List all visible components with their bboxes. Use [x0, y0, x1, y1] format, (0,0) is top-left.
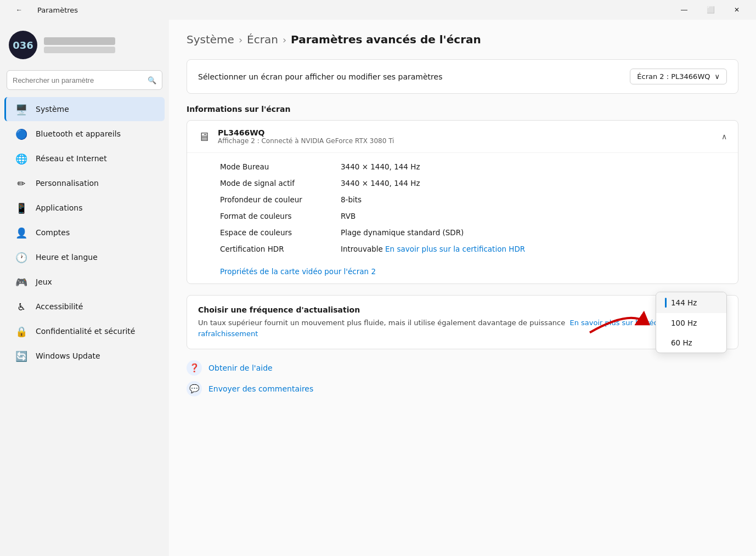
breadcrumb-sep-1: › [239, 34, 242, 46]
bottom-link-icon: 💬 [187, 381, 202, 396]
bottom-link-envoyer-des-commentaires[interactable]: 💬Envoyer des commentaires [187, 381, 738, 396]
sidebar-item-apps[interactable]: 📱Applications [4, 196, 165, 220]
maximize-button[interactable]: ⬜ [698, 1, 723, 19]
comptes-icon: 👤 [15, 226, 28, 239]
table-row: Mode Bureau3440 × 1440, 144 Hz [220, 158, 727, 175]
minimize-button[interactable]: — [672, 1, 697, 19]
bottom-link-label: Envoyer des commentaires [208, 384, 313, 393]
frequency-option[interactable]: 100 Hz [656, 313, 726, 333]
sidebar-item-system[interactable]: 🖥️Système [4, 97, 165, 121]
user-info [44, 37, 115, 53]
search-container: 🔍 [0, 70, 169, 97]
sidebar-item-privacy[interactable]: 🔒Confidentialité et sécurité [4, 319, 165, 343]
frequency-section: Choisir une fréquence d'actualisation Un… [187, 295, 738, 349]
info-label: Mode de signal actif [220, 179, 341, 188]
screen-select-label: Sélectionner un écran pour afficher ou m… [198, 72, 442, 81]
sidebar-item-jeux[interactable]: 🎮Jeux [4, 270, 165, 294]
breadcrumb-item-2[interactable]: Écran [247, 33, 278, 46]
search-input[interactable] [13, 76, 143, 84]
info-label: Format de couleurs [220, 212, 341, 220]
video-card-link[interactable]: Propriétés de la carte vidéo pour l'écra… [220, 267, 376, 276]
breadcrumb-item-1[interactable]: Système [187, 33, 234, 46]
nav-list: 🖥️Système🔵Bluetooth et appareils🌐Réseau … [0, 97, 169, 368]
screen-dropdown[interactable]: Écran 2 : PL3466WQ ∨ [630, 69, 727, 84]
title-bar-left: ← Paramètres [7, 1, 78, 19]
sidebar-item-label-privacy: Confidentialité et sécurité [36, 327, 135, 336]
sidebar-item-time[interactable]: 🕐Heure et langue [4, 245, 165, 269]
monitor-name: PL3466WQ [218, 128, 394, 137]
bottom-links: ❓Obtenir de l'aide💬Envoyer des commentai… [187, 360, 738, 396]
back-button[interactable]: ← [7, 1, 32, 19]
time-icon: 🕐 [15, 251, 28, 264]
sidebar-item-label-network: Réseau et Internet [36, 154, 107, 163]
search-box[interactable]: 🔍 [7, 70, 162, 90]
user-subtitle [44, 47, 115, 53]
title-bar: ← Paramètres — ⬜ ✕ [0, 0, 756, 20]
info-table: Mode Bureau3440 × 1440, 144 HzMode de si… [187, 153, 738, 263]
system-icon: 🖥️ [15, 103, 28, 116]
frequency-dropdown[interactable]: 144 Hz100 Hz60 Hz [656, 292, 727, 353]
sidebar-item-label-system: Système [36, 105, 69, 114]
sidebar-item-label-jeux: Jeux [36, 277, 52, 286]
window-controls: — ⬜ ✕ [672, 1, 749, 19]
monitor-card: 🖥 PL3466WQ Affichage 2 : Connecté à NVID… [187, 120, 738, 284]
sidebar-item-accessibility[interactable]: ♿Accessibilité [4, 294, 165, 319]
sidebar: 036 🔍 🖥️Système🔵Bluetooth et appareils🌐R… [0, 20, 169, 556]
table-row: Certification HDRIntrouvable En savoir p… [220, 241, 727, 257]
main-content: Système › Écran › Paramètres avancés de … [169, 20, 756, 556]
frequency-title: Choisir une fréquence d'actualisation [198, 305, 727, 314]
user-name [44, 37, 115, 45]
info-link[interactable]: En savoir plus sur la certification HDR [385, 245, 525, 253]
app-container: 036 🔍 🖥️Système🔵Bluetooth et appareils🌐R… [0, 20, 756, 556]
bottom-link-obtenir-de-l'aide[interactable]: ❓Obtenir de l'aide [187, 360, 738, 376]
update-icon: 🔄 [15, 349, 28, 362]
sidebar-item-label-bluetooth: Bluetooth et appareils [36, 129, 121, 138]
collapse-button[interactable]: ∧ [721, 132, 727, 141]
sidebar-item-comptes[interactable]: 👤Comptes [4, 220, 165, 245]
frequency-desc: Un taux supérieur fournit un mouvement p… [198, 317, 727, 339]
info-value: 8-bits [341, 195, 362, 204]
frequency-desc-text: Un taux supérieur fournit un mouvement p… [198, 319, 565, 327]
bluetooth-icon: 🔵 [15, 127, 28, 140]
info-value: 3440 × 1440, 144 Hz [341, 162, 420, 171]
table-row: Profondeur de couleur8-bits [220, 191, 727, 208]
network-icon: 🌐 [15, 152, 28, 165]
info-value: RVB [341, 212, 356, 220]
sidebar-item-label-personalisation: Personnalisation [36, 179, 99, 188]
apps-icon: 📱 [15, 201, 28, 214]
user-profile[interactable]: 036 [0, 24, 169, 70]
monitor-title-group: PL3466WQ Affichage 2 : Connecté à NVIDIA… [218, 128, 394, 145]
frequency-option[interactable]: 144 Hz [656, 292, 726, 313]
frequency-option-label: 100 Hz [671, 319, 697, 327]
sidebar-item-bluetooth[interactable]: 🔵Bluetooth et appareils [4, 122, 165, 146]
monitor-subtitle: Affichage 2 : Connecté à NVIDIA GeForce … [218, 137, 394, 145]
close-button[interactable]: ✕ [724, 1, 749, 19]
info-label: Mode Bureau [220, 162, 341, 171]
sidebar-item-personalisation[interactable]: ✏️Personnalisation [4, 171, 165, 195]
info-label: Certification HDR [220, 245, 341, 253]
search-icon: 🔍 [148, 76, 156, 84]
sidebar-item-label-time: Heure et langue [36, 253, 98, 262]
selected-indicator [665, 298, 667, 308]
monitor-header: 🖥 PL3466WQ Affichage 2 : Connecté à NVID… [187, 121, 738, 153]
breadcrumb-sep-2: › [283, 34, 286, 46]
frequency-option-label: 60 Hz [671, 338, 692, 347]
card-link-row: Propriétés de la carte vidéo pour l'écra… [187, 263, 738, 283]
frequency-option-label: 144 Hz [671, 298, 697, 307]
monitor-icon: 🖥 [198, 130, 210, 144]
info-label: Profondeur de couleur [220, 195, 341, 204]
sidebar-item-update[interactable]: 🔄Windows Update [4, 344, 165, 368]
table-row: Espace de couleursPlage dynamique standa… [220, 224, 727, 241]
personalisation-icon: ✏️ [15, 177, 28, 190]
info-value: 3440 × 1440, 144 Hz [341, 179, 420, 188]
sidebar-item-label-comptes: Comptes [36, 228, 70, 237]
breadcrumb: Système › Écran › Paramètres avancés de … [187, 33, 738, 46]
info-label: Espace de couleurs [220, 228, 341, 237]
table-row: Mode de signal actif3440 × 1440, 144 Hz [220, 175, 727, 191]
sidebar-item-network[interactable]: 🌐Réseau et Internet [4, 146, 165, 171]
accessibility-icon: ♿ [15, 300, 28, 313]
sidebar-item-label-accessibility: Accessibilité [36, 302, 83, 311]
chevron-down-icon: ∨ [714, 72, 720, 81]
monitor-header-left: 🖥 PL3466WQ Affichage 2 : Connecté à NVID… [198, 128, 394, 145]
frequency-option[interactable]: 60 Hz [656, 333, 726, 353]
